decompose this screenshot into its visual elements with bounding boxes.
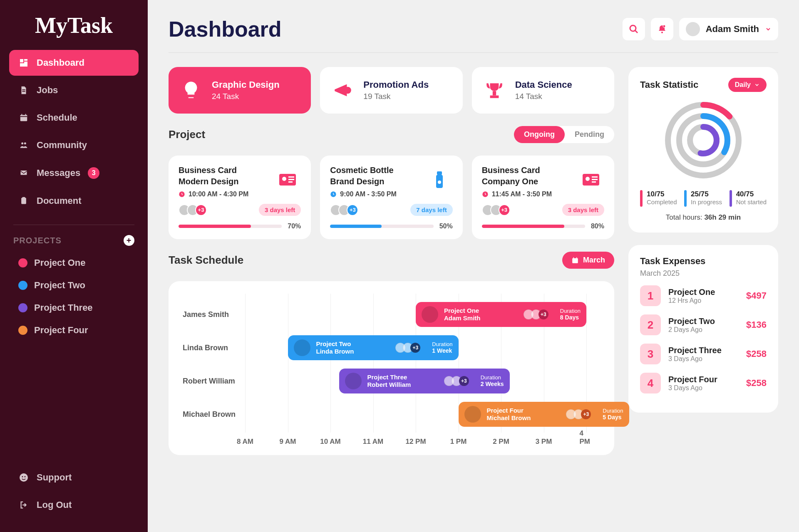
main-content: Dashboard Adam Smith Graphic Design24 Ta… <box>148 0 799 532</box>
search-button[interactable] <box>623 18 645 40</box>
tab-ongoing[interactable]: Ongoing <box>514 126 565 143</box>
duration-label: Duration <box>560 308 581 314</box>
expense-amount: $136 <box>746 319 767 330</box>
expense-item[interactable]: 2 Project Two2 Days Ago $136 <box>640 314 767 335</box>
svg-rect-41 <box>572 258 578 263</box>
calendar-icon <box>571 257 579 264</box>
schedule-bar[interactable]: Project TwoLinda Brown +3 Duration1 Week <box>288 335 459 360</box>
sidebar-item-support[interactable]: Support <box>9 465 139 490</box>
add-project-button[interactable]: + <box>124 235 134 246</box>
stat-card-icon <box>482 78 507 103</box>
schedule-row-label: Michael Brown <box>183 410 236 419</box>
task-statistic-chart <box>640 99 767 182</box>
project-color-dot <box>18 258 27 267</box>
project-section-title: Project <box>169 128 205 141</box>
stat-card-icon <box>330 78 355 103</box>
stat-card-title: Data Science <box>515 79 572 90</box>
sidebar-item-jobs[interactable]: Jobs <box>9 77 139 103</box>
svg-rect-9 <box>22 114 22 116</box>
schedule-bar[interactable]: Project ThreeRobert William +3 Duration2… <box>339 369 510 393</box>
svg-rect-25 <box>490 96 499 98</box>
total-hours: Total hours: 36h 29 min <box>640 213 767 222</box>
stat-card-count: 14 Task <box>515 92 572 101</box>
schedule-bar-avatar <box>422 306 438 323</box>
project-card[interactable]: Cosmetic Bottle Brand Design 9:00 AM - 3… <box>320 156 462 239</box>
svg-point-11 <box>21 142 23 144</box>
expense-name: Project Four <box>668 375 739 384</box>
stat-card[interactable]: Promotion Ads19 Task <box>320 67 462 114</box>
page-title: Dashboard <box>169 17 282 42</box>
tab-pending[interactable]: Pending <box>565 126 614 143</box>
svg-rect-39 <box>592 181 596 183</box>
schedule-panel: 8 AM9 AM10 AM11 AM12 PM1 PM2 PM3 PM4 PMJ… <box>169 281 614 455</box>
duration-label: Duration <box>481 374 504 381</box>
schedule-bar-name: Linda Brown <box>316 348 354 355</box>
people-icon <box>18 140 29 151</box>
sidebar-item-document[interactable]: Document <box>9 188 139 214</box>
sidebar-item-community[interactable]: Community <box>9 132 139 158</box>
project-card-title: Business Card Company One <box>482 165 568 187</box>
user-name-label: Adam Smith <box>706 24 759 35</box>
schedule-bar-name: Michael Brown <box>487 414 531 422</box>
project-card-icon <box>274 166 301 193</box>
sidebar-item-logout[interactable]: Log Out <box>9 492 139 518</box>
expense-amount: $497 <box>746 290 767 301</box>
project-card-title: Business Card Modern Design <box>179 165 264 187</box>
svg-rect-4 <box>22 89 25 90</box>
svg-rect-1 <box>24 59 27 61</box>
duration-value: 8 Days <box>560 314 581 321</box>
time-axis-label: 1 PM <box>450 438 467 446</box>
svg-rect-42 <box>573 257 574 259</box>
svg-point-36 <box>586 177 590 181</box>
svg-point-17 <box>22 476 23 478</box>
sidebar-project-item[interactable]: Project Three <box>9 297 139 319</box>
duration-label: Duration <box>432 341 452 348</box>
expense-item[interactable]: 3 Project Three3 Days Ago $258 <box>640 344 767 364</box>
schedule-bar-avatars: +3 <box>526 309 548 319</box>
schedule-bar-project: Project Two <box>316 340 354 348</box>
expense-name: Project One <box>668 287 739 297</box>
month-selector[interactable]: March <box>562 252 614 269</box>
sidebar-item-dashboard[interactable]: Dashboard <box>9 50 139 76</box>
time-axis-label: 3 PM <box>536 438 552 446</box>
svg-rect-8 <box>20 115 27 116</box>
brand-logo: MyTask <box>9 12 139 38</box>
expense-rank: 2 <box>640 314 661 335</box>
expense-amount: $258 <box>746 378 767 388</box>
expense-item[interactable]: 1 Project One12 Hrs Ago $497 <box>640 285 767 306</box>
stat-card[interactable]: Data Science14 Task <box>472 67 614 114</box>
logout-icon <box>18 500 29 510</box>
project-card[interactable]: Business Card Company One 11:45 AM - 3:5… <box>472 156 614 239</box>
stat-card[interactable]: Graphic Design24 Task <box>169 67 311 114</box>
project-card[interactable]: Business Card Modern Design 10:00 AM - 4… <box>169 156 311 239</box>
sidebar-project-item[interactable]: Project Four <box>9 319 139 341</box>
user-menu[interactable]: Adam Smith <box>679 18 778 40</box>
sidebar-item-schedule[interactable]: Schedule <box>9 105 139 131</box>
schedule-bar-avatars: +3 <box>568 409 591 419</box>
schedule-bar[interactable]: Project OneAdam Smith +3 Duration8 Days <box>416 302 586 327</box>
stat-card-count: 24 Task <box>212 92 280 101</box>
svg-rect-0 <box>20 59 23 62</box>
messages-badge: 3 <box>88 167 99 179</box>
sidebar-item-messages[interactable]: Messages 3 <box>9 160 139 186</box>
projects-header: PROJECTS + <box>13 225 134 246</box>
sidebar-item-label: Jobs <box>37 85 58 96</box>
project-label: Project One <box>34 257 85 268</box>
sidebar-project-item[interactable]: Project Two <box>9 274 139 297</box>
support-icon <box>18 472 29 483</box>
sidebar-project-item[interactable]: Project One <box>9 252 139 274</box>
svg-point-21 <box>661 32 663 33</box>
user-avatar <box>686 22 700 36</box>
svg-rect-29 <box>288 179 294 180</box>
expense-amount: $258 <box>746 349 767 359</box>
schedule-bar[interactable]: Project FourMichael Brown +3 Duration5 D… <box>459 402 629 427</box>
schedule-row-label: Robert William <box>183 377 235 386</box>
svg-point-12 <box>24 142 26 144</box>
stat-card-title: Graphic Design <box>212 79 280 90</box>
expense-name: Project Three <box>668 346 739 355</box>
notifications-button[interactable] <box>651 18 673 40</box>
expense-item[interactable]: 4 Project Four3 Days Ago $258 <box>640 373 767 393</box>
chevron-down-icon <box>765 26 772 32</box>
clock-icon <box>179 191 185 198</box>
frequency-selector[interactable]: Daily <box>728 78 767 92</box>
